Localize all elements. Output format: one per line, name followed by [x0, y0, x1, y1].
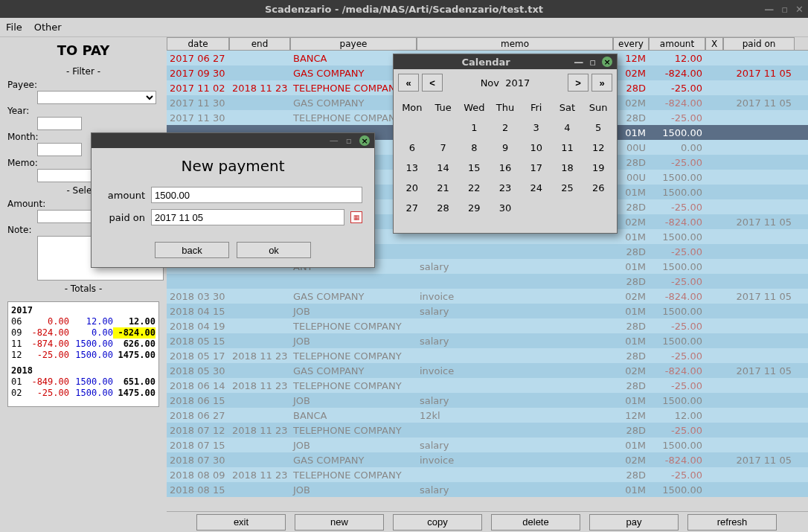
newpay-maximize-icon[interactable]: ▫ — [346, 135, 352, 146]
calendar-day-cell[interactable]: 16 — [490, 158, 521, 178]
table-row[interactable]: 2018 07 30GAS COMPANYinvoice02M-824.0020… — [167, 452, 808, 467]
calendar-day-cell[interactable]: 6 — [397, 138, 428, 158]
calendar-maximize-icon[interactable]: ▫ — [589, 57, 596, 68]
calendar-day-name: Mon — [397, 97, 428, 118]
calendar-day-cell[interactable]: 17 — [521, 158, 552, 178]
newpay-minimize-icon[interactable]: — — [330, 135, 339, 146]
calendar-day-cell[interactable]: 28 — [428, 198, 459, 218]
calendar-last-button[interactable]: » — [591, 74, 612, 92]
table-row[interactable]: 2018 07 15JOBsalary01M1500.00 — [167, 438, 808, 452]
table-row[interactable]: 2018 05 15JOBsalary01M1500.00 — [167, 333, 808, 348]
calendar-day-cell — [583, 198, 614, 218]
calendar-day-cell[interactable]: 19 — [583, 158, 614, 178]
calendar-day-cell[interactable]: 9 — [490, 138, 521, 158]
month-input[interactable] — [37, 143, 82, 156]
newpay-back-button[interactable]: back — [155, 242, 229, 258]
table-row[interactable]: 28D-25.00 — [167, 274, 808, 289]
th-payee[interactable]: payee — [290, 37, 417, 50]
copy-button[interactable]: copy — [393, 514, 482, 531]
th-every[interactable]: every — [613, 37, 649, 50]
calendar-day-cell[interactable]: 8 — [458, 138, 490, 158]
table-row[interactable]: 2018 06 142018 11 23TELEPHONE COMPANY28D… — [167, 378, 808, 393]
th-x[interactable]: X — [705, 37, 723, 50]
calendar-day-cell[interactable]: 2 — [490, 118, 521, 138]
calendar-day-cell[interactable]: 4 — [552, 118, 583, 138]
calendar-close-icon[interactable]: × — [602, 57, 612, 67]
calendar-day-cell[interactable]: 25 — [552, 178, 583, 198]
payee-select[interactable] — [37, 91, 156, 104]
newpay-amount-input[interactable] — [151, 187, 362, 203]
calendar-day-cell[interactable]: 27 — [397, 198, 428, 218]
newpay-amount-label: amount — [103, 190, 145, 201]
newpay-paidon-input[interactable] — [151, 209, 344, 225]
newpay-ok-button[interactable]: ok — [237, 242, 311, 258]
calendar-day-cell[interactable]: 23 — [490, 178, 521, 198]
calendar-day-cell[interactable]: 29 — [458, 198, 490, 218]
calendar-day-cell[interactable]: 21 — [428, 178, 459, 198]
calendar-picker-icon[interactable]: ▦ — [350, 211, 362, 223]
th-memo[interactable]: memo — [417, 37, 613, 50]
window-title: Scadenzario - /media/NAS/Arti/Scadenzari… — [265, 4, 543, 15]
calendar-day-name: Wed — [458, 97, 490, 118]
calendar-day-cell[interactable]: 30 — [490, 198, 521, 218]
table-row[interactable]: 2018 05 172018 11 23TELEPHONE COMPANY28D… — [167, 348, 808, 363]
calendar-day-cell[interactable]: 11 — [552, 138, 583, 158]
calendar-day-cell[interactable]: 12 — [583, 138, 614, 158]
calendar-day-cell[interactable]: 22 — [458, 178, 490, 198]
calendar-day-cell[interactable]: 18 — [552, 158, 583, 178]
window-maximize-icon[interactable]: ▫ — [781, 4, 788, 15]
calendar-day-name: Thu — [490, 97, 521, 118]
calendar-month-year: Nov 2017 — [446, 77, 565, 89]
calendar-day-cell[interactable]: 1 — [458, 118, 490, 138]
calendar-day-name: Sun — [583, 97, 614, 118]
calendar-day-cell — [428, 118, 459, 138]
table-row[interactable]: 2018 08 15JOBsalary01M1500.00 — [167, 482, 808, 497]
th-paidon[interactable]: paid on — [723, 37, 795, 50]
calendar-day-name: Sat — [552, 97, 583, 118]
calendar-day-cell[interactable]: 24 — [521, 178, 552, 198]
table-row[interactable]: 2018 08 092018 11 23TELEPHONE COMPANY28D… — [167, 467, 808, 482]
pay-button[interactable]: pay — [589, 514, 679, 531]
table-header: date end payee memo every amount X paid … — [167, 37, 808, 51]
calendar-titlebar[interactable]: Calendar — ▫ × — [394, 54, 617, 69]
year-input[interactable] — [37, 117, 82, 130]
table-row[interactable]: 2018 06 15JOBsalary01M1500.00 — [167, 393, 808, 408]
calendar-prev-button[interactable]: < — [422, 74, 443, 92]
window-titlebar: Scadenzario - /media/NAS/Arti/Scadenzari… — [0, 0, 808, 18]
calendar-day-cell[interactable]: 3 — [521, 118, 552, 138]
payee-label: Payee: — [7, 80, 159, 90]
calendar-day-cell — [521, 198, 552, 218]
newpay-close-icon[interactable]: × — [359, 135, 370, 146]
exit-button[interactable]: exit — [196, 514, 286, 531]
calendar-day-cell[interactable]: 14 — [428, 158, 459, 178]
table-row[interactable]: 2018 07 122018 11 23TELEPHONE COMPANY28D… — [167, 423, 808, 438]
calendar-next-button[interactable]: > — [568, 74, 589, 92]
calendar-day-cell[interactable]: 15 — [458, 158, 490, 178]
th-amount[interactable]: amount — [649, 37, 705, 50]
menu-other[interactable]: Other — [34, 22, 62, 33]
th-end[interactable]: end — [229, 37, 290, 50]
newpay-titlebar[interactable]: — ▫ × — [92, 133, 374, 148]
calendar-day-cell[interactable]: 10 — [521, 138, 552, 158]
table-row[interactable]: 2018 03 30GAS COMPANYinvoice02M-824.0020… — [167, 289, 808, 304]
calendar-minimize-icon[interactable]: — — [574, 57, 583, 68]
table-row[interactable]: 2018 05 30GAS COMPANYinvoice02M-824.0020… — [167, 363, 808, 378]
new-button[interactable]: new — [295, 514, 384, 531]
menu-file[interactable]: File — [6, 22, 22, 33]
calendar-first-button[interactable]: « — [398, 74, 419, 92]
table-row[interactable]: 2018 04 19TELEPHONE COMPANY28D-25.00 — [167, 318, 808, 333]
calendar-day-cell[interactable]: 13 — [397, 158, 428, 178]
calendar-title: Calendar — [398, 57, 574, 68]
delete-button[interactable]: delete — [491, 514, 580, 531]
calendar-day-cell[interactable]: 20 — [397, 178, 428, 198]
calendar-day-header: MonTueWedThuFriSatSun — [397, 97, 614, 118]
window-minimize-icon[interactable]: — — [764, 4, 774, 15]
table-row[interactable]: 2018 04 15JOBsalary01M1500.00 — [167, 304, 808, 318]
calendar-day-cell[interactable]: 7 — [428, 138, 459, 158]
table-row[interactable]: 2018 06 27BANCA12kl12M12.00 — [167, 408, 808, 423]
calendar-day-cell[interactable]: 26 — [583, 178, 614, 198]
window-close-icon[interactable]: ✕ — [795, 4, 804, 15]
refresh-button[interactable]: refresh — [687, 514, 777, 531]
th-date[interactable]: date — [167, 37, 229, 50]
calendar-day-cell[interactable]: 5 — [583, 118, 614, 138]
